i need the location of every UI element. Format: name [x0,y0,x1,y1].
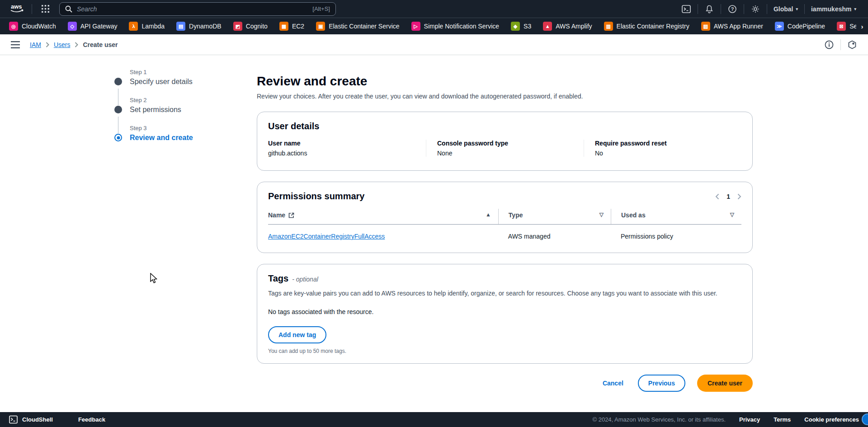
divider [840,39,841,50]
policy-type-cell: AWS managed [498,225,611,244]
cloudshell-icon[interactable] [679,2,693,16]
global-search[interactable]: [Alt+S] [59,2,336,16]
step-title-link[interactable]: Review and create [130,134,214,142]
column-header-name[interactable]: Name ▲ [268,209,498,224]
pagination-next-icon[interactable] [737,193,741,200]
topbar-divider [804,4,805,14]
account-menu[interactable]: iammukeshm ▾ [809,5,858,13]
favorites-item-sns[interactable]: ▷Simple Notification Service [411,22,500,31]
user-name-field: User name github.actions [268,140,426,157]
page-title: Review and create [257,74,753,89]
cognito-icon: ◩ [233,22,242,31]
field-label: Require password reset [595,140,741,147]
column-header-type[interactable]: Type ▽ [498,209,611,224]
permissions-table: Name ▲ Type ▽ Used as ▽ [268,209,741,244]
column-header-used-as[interactable]: Used as ▽ [611,209,741,224]
sort-toggle-icon[interactable]: ▽ [599,211,604,218]
footer-terms-link[interactable]: Terms [774,416,791,423]
tags-description: Tags are key-value pairs you can add to … [268,288,734,298]
svg-text:aws: aws [11,3,22,10]
tags-card: Tags - optional Tags are key-value pairs… [257,264,753,364]
step-number: Step 3 [130,125,214,131]
step-number: Step 1 [130,69,214,75]
favorites-overflow-chevron-icon[interactable]: › [856,18,868,34]
favorites-item-codepipeline[interactable]: ≫CodePipeline [775,22,825,31]
ec2-icon: ▦ [279,22,288,31]
settings-gear-icon[interactable] [749,2,762,16]
cloudwatch-icon: ◎ [9,22,18,31]
tags-optional-label: - optional [292,276,318,283]
favorites-item-amplify[interactable]: ▲AWS Amplify [543,22,592,31]
app-runner-icon: ▨ [701,22,710,31]
favorites-item-s3[interactable]: ◈S3 [511,22,531,31]
account-label: iammukeshm [811,5,851,13]
help-icon[interactable]: ? [726,2,739,16]
breadcrumb-users[interactable]: Users [54,41,71,48]
breadcrumb-bar: IAM Users Create user [0,34,868,55]
create-user-button[interactable]: Create user [697,375,753,392]
mouse-cursor [150,273,158,286]
footer-cookie-preferences-link[interactable]: Cookie preferences [804,416,859,423]
favorites-item-cloudwatch[interactable]: ◎CloudWatch [9,22,56,31]
topbar-divider [698,4,698,14]
cloudshell-hexagon-icon[interactable] [847,40,857,50]
field-value: None [437,150,584,157]
amplify-icon: ▲ [543,22,552,31]
pagination-current-page[interactable]: 1 [726,193,730,200]
favorites-item-ecr[interactable]: ▥Elastic Container Registry [604,22,689,31]
step-1-dot-icon [114,78,122,85]
ecr-icon: ▥ [604,22,613,31]
favorites-item-api-gateway[interactable]: ◇API Gateway [68,22,118,31]
require-password-reset-field: Require password reset No [584,140,741,157]
s3-icon: ◈ [511,22,520,31]
favorites-item-cognito[interactable]: ◩Cognito [233,22,268,31]
footer-edge-widget-icon[interactable] [862,413,868,425]
column-label: Name [268,211,285,219]
column-label: Used as [621,211,646,219]
search-input[interactable] [77,5,312,13]
favorites-item-ec2[interactable]: ▦EC2 [279,22,304,31]
user-details-title: User details [268,121,741,131]
sort-toggle-icon[interactable]: ▽ [730,211,734,218]
wizard-actions: Cancel Previous Create user [257,375,753,392]
tags-title: Tags [268,273,288,284]
footer-privacy-link[interactable]: Privacy [739,416,760,423]
pagination-prev-icon[interactable] [715,193,719,200]
wizard-steps-nav: Step 1 Specify user details Step 2 Set p… [114,69,214,153]
sidebar-menu-icon[interactable] [11,41,20,48]
region-selector[interactable]: Global ▾ [772,5,800,13]
info-icon[interactable] [824,40,834,50]
field-label: Console password type [437,140,584,147]
step-title-link[interactable]: Set permissions [130,106,214,114]
favorites-item-ecs[interactable]: ▣Elastic Container Service [316,22,399,31]
aws-logo[interactable]: aws [9,3,25,15]
footer-feedback-button[interactable]: Feedback [78,416,105,423]
topbar-divider [32,4,32,14]
api-gateway-icon: ◇ [68,22,77,31]
notifications-bell-icon[interactable] [703,2,716,16]
breadcrumb-iam[interactable]: IAM [30,41,41,48]
tags-empty-message: No tags associated with the resource. [268,308,741,315]
topbar-divider [767,4,767,14]
previous-button[interactable]: Previous [638,375,685,392]
policy-used-as-cell: Permissions policy [611,225,741,244]
step-title-link[interactable]: Specify user details [130,78,214,86]
topbar-divider [744,4,744,14]
search-shortcut-hint: [Alt+S] [312,5,330,12]
region-label: Global [774,5,793,13]
add-new-tag-button[interactable]: Add new tag [268,326,326,343]
page-subtitle: Review your choices. After you create th… [257,93,753,100]
sort-ascending-icon[interactable]: ▲ [486,211,491,218]
footer-cloudshell-button[interactable]: CloudShell [22,416,53,423]
tags-limit-note: You can add up to 50 more tags. [268,348,741,354]
policy-name-link[interactable]: AmazonEC2ContainerRegistryFullAccess [268,233,385,240]
field-value: No [595,150,741,157]
services-grid-icon[interactable] [38,2,52,16]
cancel-button[interactable]: Cancel [600,375,626,392]
favorites-item-dynamodb[interactable]: ▤DynamoDB [176,22,222,31]
favorites-item-app-runner[interactable]: ▨AWS App Runner [701,22,763,31]
ecs-icon: ▣ [316,22,325,31]
favorites-item-lambda[interactable]: λLambda [129,22,165,31]
sns-icon: ▷ [411,22,420,31]
chevron-down-icon: ▾ [796,7,798,11]
